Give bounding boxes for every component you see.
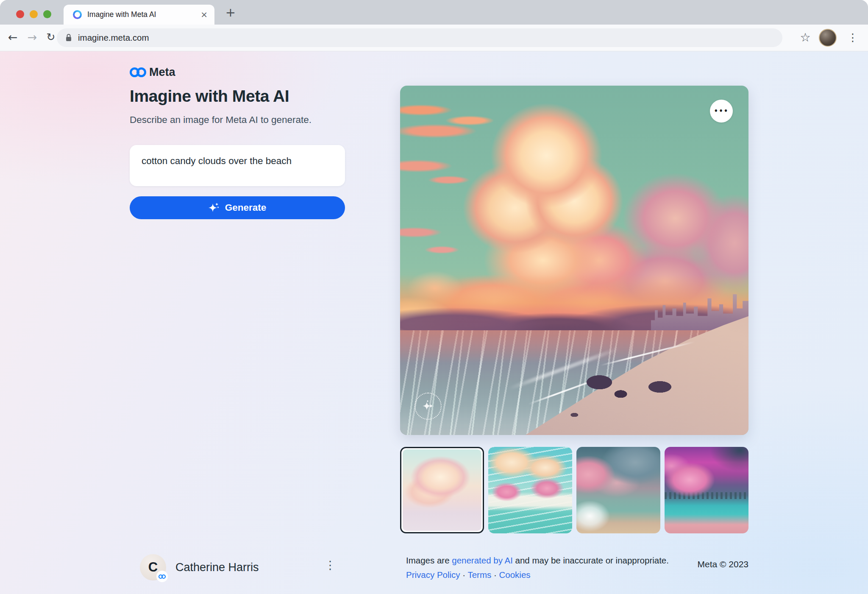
url-text: imagine.meta.com [78, 28, 149, 47]
browser-tab[interactable]: Imagine with Meta AI × [64, 5, 214, 25]
user-account-row[interactable]: C Catherine Harris [140, 554, 259, 580]
browser-menu-icon[interactable]: ⋮ [844, 25, 861, 50]
fullscreen-window-button[interactable] [43, 10, 51, 18]
meta-badge-icon [156, 571, 168, 582]
meta-logo: Meta [130, 66, 175, 79]
user-menu-icon[interactable]: ⋮ [324, 558, 337, 572]
browser-toolbar: ← → ↻ imagine.meta.com ☆ ⋮ [0, 25, 868, 51]
link-separator: · [494, 570, 497, 580]
address-bar[interactable]: imagine.meta.com [57, 28, 782, 47]
screen: Imagine with Meta AI × + ← → ↻ imagine.m… [0, 0, 868, 594]
sparkle-icon [209, 202, 220, 213]
page-subtitle: Describe an image for Meta AI to generat… [130, 114, 312, 125]
minimize-window-button[interactable] [30, 10, 38, 18]
lock-icon [65, 33, 72, 42]
browser-profile-avatar[interactable] [819, 29, 837, 47]
page-content: Meta Imagine with Meta AI Describe an im… [0, 51, 868, 594]
footer: Images are generated by AI and may be in… [406, 554, 669, 581]
disclaimer-suffix: and may be inaccurate or inappropriate. [513, 555, 669, 565]
brand-name: Meta [149, 66, 175, 79]
user-initial: C [148, 560, 158, 575]
thumbnail-3[interactable] [576, 447, 660, 533]
tab-title: Imagine with Meta AI [87, 5, 156, 25]
back-button[interactable]: ← [4, 25, 21, 50]
generate-label: Generate [225, 202, 267, 213]
tab-strip: Imagine with Meta AI × + [0, 0, 868, 25]
link-separator: · [462, 570, 465, 580]
generated-by-ai-link[interactable]: generated by AI [452, 555, 513, 565]
thumbnail-1-selected[interactable] [400, 447, 484, 533]
prompt-card: cotton candy clouds over the beach [130, 145, 345, 186]
legal-links: Privacy Policy · Terms · Cookies [406, 569, 669, 581]
more-horizontal-icon: ••• [714, 107, 729, 115]
close-tab-icon[interactable]: × [200, 5, 208, 25]
watermark-sparkle-icon [422, 400, 434, 413]
generate-button[interactable]: Generate [130, 196, 345, 219]
image-rocks [400, 86, 748, 435]
privacy-policy-link[interactable]: Privacy Policy [406, 570, 460, 580]
bookmark-star-icon[interactable]: ☆ [797, 25, 814, 50]
browser-window: Imagine with Meta AI × + ← → ↻ imagine.m… [0, 0, 868, 594]
close-window-button[interactable] [16, 10, 24, 18]
prompt-input[interactable]: cotton candy clouds over the beach [130, 145, 345, 186]
thumbnail-2[interactable] [488, 447, 572, 533]
ai-disclaimer: Images are generated by AI and may be in… [406, 554, 669, 567]
cookies-link[interactable]: Cookies [499, 570, 531, 580]
imagined-with-ai-watermark [415, 393, 442, 420]
user-name: Catherine Harris [175, 561, 259, 574]
new-tab-button[interactable]: + [222, 4, 239, 21]
image-more-options-button[interactable]: ••• [710, 100, 733, 123]
thumbnail-4[interactable] [665, 447, 748, 533]
meta-ai-favicon-icon [73, 10, 82, 19]
thumbnail-strip [400, 447, 748, 533]
terms-link[interactable]: Terms [467, 570, 491, 580]
page-title: Imagine with Meta AI [130, 87, 289, 106]
meta-infinity-icon [130, 67, 146, 77]
disclaimer-prefix: Images are [406, 555, 452, 565]
user-avatar: C [140, 554, 166, 580]
copyright: Meta © 2023 [661, 559, 748, 569]
forward-button[interactable]: → [24, 25, 41, 50]
generated-image: ••• [400, 86, 748, 435]
